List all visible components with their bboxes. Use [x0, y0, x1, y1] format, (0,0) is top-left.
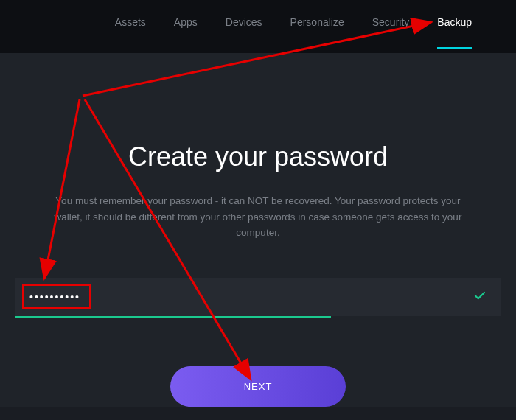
password-warning-text: You must remember your password - it can…	[44, 193, 472, 241]
main-content: Create your password You must remember y…	[0, 53, 516, 407]
checkmark-icon	[473, 290, 487, 307]
tabs-nav: Assets Apps Devices Personalize Security…	[0, 0, 516, 53]
tab-apps[interactable]: Apps	[174, 16, 198, 49]
tab-personalize[interactable]: Personalize	[290, 16, 344, 49]
password-strength-bar	[15, 316, 331, 318]
page-title: Create your password	[44, 141, 472, 172]
tab-backup[interactable]: Backup	[437, 16, 472, 49]
tab-security[interactable]: Security	[372, 16, 410, 49]
tab-devices[interactable]: Devices	[226, 16, 262, 49]
password-input-container	[15, 278, 501, 318]
password-input[interactable]	[15, 278, 501, 316]
tab-assets[interactable]: Assets	[115, 16, 146, 49]
next-button[interactable]: NEXT	[170, 366, 346, 407]
